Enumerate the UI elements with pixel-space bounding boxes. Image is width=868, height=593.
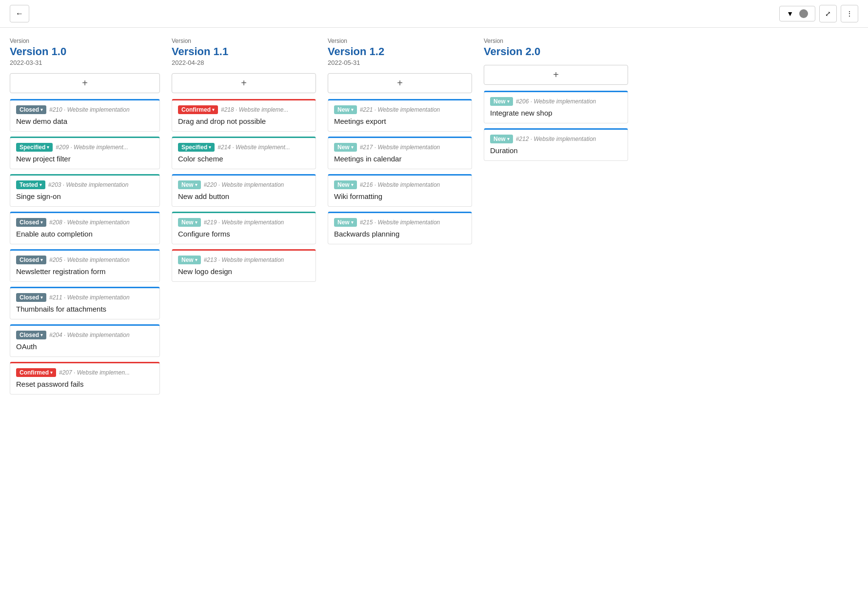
version-name: Version 1.2 xyxy=(328,45,472,58)
card-issue: #216 · Website implementation xyxy=(360,181,440,188)
card-meta: New ▾ #206 · Website implementation xyxy=(490,97,622,106)
chevron-down-icon: ▾ xyxy=(195,182,197,187)
card-title: Reset password fails xyxy=(16,380,154,388)
card: New ▾ #219 · Website implementation Conf… xyxy=(172,212,316,244)
app-header: ← ▼ ⤢ ⋮ xyxy=(0,0,868,28)
card-title: Configure forms xyxy=(178,230,310,238)
add-card-button[interactable]: + xyxy=(172,73,316,93)
chevron-down-icon: ▾ xyxy=(507,99,510,104)
status-badge[interactable]: New ▾ xyxy=(178,180,201,189)
card-meta: Specified ▾ #209 · Website implement... xyxy=(16,143,154,152)
chevron-down-icon: ▾ xyxy=(351,220,354,225)
card-meta: New ▾ #215 · Website implementation xyxy=(334,218,466,227)
card-title: Newsletter registration form xyxy=(16,267,154,276)
more-icon: ⋮ xyxy=(846,10,853,18)
chevron-down-icon: ▾ xyxy=(40,107,43,112)
card-issue: #208 · Website implementation xyxy=(49,219,130,226)
filter-icon: ▼ xyxy=(787,10,793,18)
card-meta: Confirmed ▾ #207 · Website implemen... xyxy=(16,368,154,377)
version-date: 2022-03-31 xyxy=(10,59,160,66)
status-badge[interactable]: Closed ▾ xyxy=(16,105,46,114)
card: New ▾ #216 · Website implementation Wiki… xyxy=(328,174,472,207)
card-issue: #219 · Website implementation xyxy=(204,219,284,226)
card-issue: #203 · Website implementation xyxy=(48,181,129,188)
more-options-button[interactable]: ⋮ xyxy=(841,5,858,22)
chevron-down-icon: ▾ xyxy=(50,370,53,375)
status-badge[interactable]: Specified ▾ xyxy=(16,143,53,152)
status-badge[interactable]: Specified ▾ xyxy=(178,143,215,152)
card: Closed ▾ #210 · Website implementation N… xyxy=(10,99,160,132)
chevron-down-icon: ▾ xyxy=(351,107,354,112)
version-name: Version 1.0 xyxy=(10,45,160,58)
status-badge[interactable]: New ▾ xyxy=(334,180,357,189)
card-meta: New ▾ #212 · Website implementation xyxy=(490,135,622,143)
version-label: Version xyxy=(484,38,628,44)
chevron-down-icon: ▾ xyxy=(209,145,211,150)
status-badge[interactable]: New ▾ xyxy=(334,105,357,114)
version-label: Version xyxy=(172,38,316,44)
card-issue: #204 · Website implementation xyxy=(49,332,130,338)
status-badge[interactable]: Tested ▾ xyxy=(16,180,45,189)
card-meta: New ▾ #216 · Website implementation xyxy=(334,180,466,189)
card-meta: Closed ▾ #204 · Website implementation xyxy=(16,331,154,339)
card: Confirmed ▾ #218 · Website impleme... Dr… xyxy=(172,99,316,132)
status-badge[interactable]: New ▾ xyxy=(178,218,201,227)
add-card-button[interactable]: + xyxy=(10,73,160,93)
chevron-down-icon: ▾ xyxy=(47,145,49,150)
card-issue: #207 · Website implemen... xyxy=(59,369,130,376)
version-column-3: Version Version 2.0 + New ▾ #206 · Websi… xyxy=(478,38,634,399)
filter-button[interactable]: ▼ xyxy=(779,6,815,21)
board-container: Version Version 1.0 2022-03-31 + Closed … xyxy=(0,28,868,409)
card-title: New demo data xyxy=(16,117,154,125)
card: New ▾ #212 · Website implementation Dura… xyxy=(484,128,628,161)
card-issue: #214 · Website implement... xyxy=(217,144,290,151)
card-title: New add button xyxy=(178,192,310,200)
card: New ▾ #221 · Website implementation Meet… xyxy=(328,99,472,132)
card: Closed ▾ #208 · Website implementation E… xyxy=(10,212,160,244)
card: Specified ▾ #209 · Website implement... … xyxy=(10,137,160,169)
card-meta: New ▾ #221 · Website implementation xyxy=(334,105,466,114)
card: New ▾ #206 · Website implementation Inte… xyxy=(484,91,628,123)
status-badge[interactable]: Closed ▾ xyxy=(16,293,46,302)
status-badge[interactable]: New ▾ xyxy=(334,218,357,227)
version-column-0: Version Version 1.0 2022-03-31 + Closed … xyxy=(10,38,166,399)
status-badge[interactable]: Closed ▾ xyxy=(16,256,46,264)
status-badge[interactable]: Closed ▾ xyxy=(16,331,46,339)
card-title: Duration xyxy=(490,146,622,155)
chevron-down-icon: ▾ xyxy=(40,257,43,262)
status-badge[interactable]: New ▾ xyxy=(490,135,513,143)
status-badge[interactable]: Confirmed ▾ xyxy=(178,105,218,114)
card-issue: #210 · Website implementation xyxy=(49,106,130,113)
chevron-down-icon: ▾ xyxy=(212,107,215,112)
card-title: Singe sign-on xyxy=(16,192,154,200)
status-badge[interactable]: Confirmed ▾ xyxy=(16,368,56,377)
card-title: Meetings export xyxy=(334,117,466,125)
card-title: Integrate new shop xyxy=(490,109,622,117)
card-title: Thumbnails for attachments xyxy=(16,305,154,313)
chevron-down-icon: ▾ xyxy=(39,182,42,187)
chevron-down-icon: ▾ xyxy=(40,333,43,337)
add-card-button[interactable]: + xyxy=(484,65,628,85)
add-card-button[interactable]: + xyxy=(328,73,472,93)
expand-button[interactable]: ⤢ xyxy=(819,5,837,22)
card-issue: #218 · Website impleme... xyxy=(221,106,289,113)
version-date: 2022-05-31 xyxy=(328,59,472,66)
back-button[interactable]: ← xyxy=(10,5,29,22)
status-badge[interactable]: New ▾ xyxy=(178,256,201,264)
card-title: New logo design xyxy=(178,267,310,276)
status-badge[interactable]: New ▾ xyxy=(334,143,357,152)
status-badge[interactable]: New ▾ xyxy=(490,97,513,106)
card-issue: #206 · Website implementation xyxy=(516,98,596,105)
card-issue: #212 · Website implementation xyxy=(516,136,596,142)
card-meta: New ▾ #219 · Website implementation xyxy=(178,218,310,227)
header-actions: ▼ ⤢ ⋮ xyxy=(779,5,858,22)
chevron-down-icon: ▾ xyxy=(351,145,354,150)
card-issue: #213 · Website implementation xyxy=(204,257,284,263)
card-title: Drag and drop not possible xyxy=(178,117,310,125)
status-badge[interactable]: Closed ▾ xyxy=(16,218,46,227)
card: Tested ▾ #203 · Website implementation S… xyxy=(10,174,160,207)
card-title: OAuth xyxy=(16,342,154,351)
card-meta: Confirmed ▾ #218 · Website impleme... xyxy=(178,105,310,114)
chevron-down-icon: ▾ xyxy=(351,182,354,187)
version-label: Version xyxy=(10,38,160,44)
